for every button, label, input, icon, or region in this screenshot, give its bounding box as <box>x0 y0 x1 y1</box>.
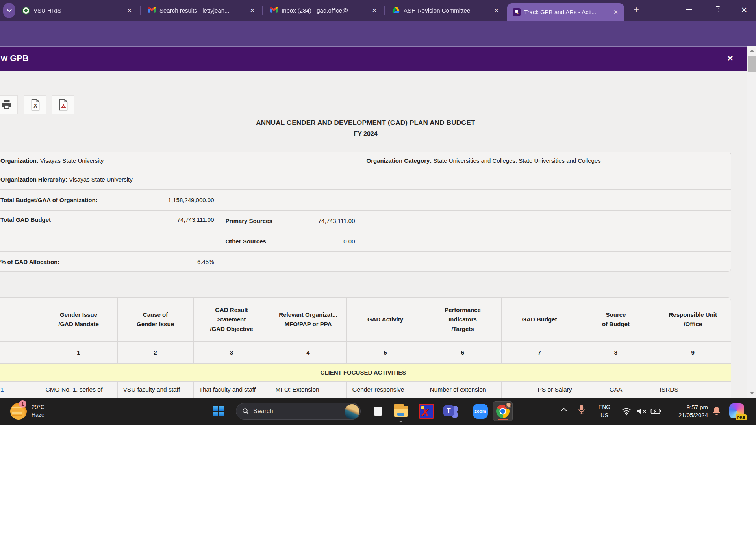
gpb-data-row[interactable]: 1 CMO No. 1, series of VSU faculty and s… <box>0 381 731 398</box>
print-icon <box>1 99 13 111</box>
search-icon <box>242 408 249 415</box>
restore-icon <box>715 8 719 12</box>
language-indicator[interactable]: ENG US <box>595 403 613 420</box>
colnum-cell: 2 <box>117 341 193 363</box>
tab-inbox[interactable]: Inbox (284) - gad.office@ ✕ <box>265 0 383 21</box>
gad-budget-label-cell: Total GAD Budget <box>0 210 143 251</box>
cell-cause: VSU faculty and staff <box>117 381 193 398</box>
hierarchy-cell: Organization Hierarchy: Visayas State Un… <box>0 169 731 189</box>
zoom-icon: zoom <box>473 404 488 419</box>
col-header-responsible: Responsible Unit /Office <box>654 298 731 341</box>
close-icon[interactable]: ✕ <box>493 7 500 14</box>
gmail-icon <box>148 7 156 15</box>
vertical-scrollbar[interactable] <box>747 46 756 398</box>
file-explorer-button[interactable] <box>393 404 408 419</box>
close-icon[interactable]: ✕ <box>612 9 619 16</box>
col-header-result: GAD Result Statement /GAD Objective <box>193 298 270 341</box>
col-header-indicators: Performance Indicators /Targets <box>424 298 501 341</box>
notification-bell-icon[interactable] <box>712 406 721 416</box>
windows-logo-icon <box>213 406 218 411</box>
volume-muted-icon[interactable] <box>636 407 647 416</box>
hierarchy-label: Organization Hierarchy: <box>0 176 67 183</box>
start-button[interactable] <box>213 406 224 416</box>
window-minimize-button[interactable] <box>680 0 698 20</box>
new-tab-button[interactable]: + <box>630 4 643 17</box>
close-icon[interactable]: ✕ <box>371 7 378 14</box>
empty-cell <box>361 231 731 251</box>
tab-search-button[interactable] <box>3 3 15 18</box>
tab-divider <box>384 6 385 15</box>
row-header-cell <box>0 298 40 341</box>
tab-track-gpb-active[interactable]: Track GPB and ARs - Acti... ✕ <box>507 3 624 21</box>
task-view-icon <box>372 405 384 417</box>
export-excel-button[interactable]: X <box>24 95 46 114</box>
copilot-button[interactable]: PRE <box>729 403 744 418</box>
tab-title: Track GPB and ARs - Acti... <box>524 9 608 15</box>
weather-widget[interactable]: 29°C Haze <box>32 403 45 419</box>
teams-button[interactable]: T <box>443 404 458 419</box>
hierarchy-value: Visayas State University <box>69 176 132 183</box>
task-view-button[interactable] <box>371 404 385 419</box>
tab-title: VSU HRIS <box>33 7 122 14</box>
close-icon[interactable]: ✕ <box>126 7 133 14</box>
tab-title: Inbox (284) - gad.office@ <box>282 7 367 14</box>
export-pdf-button[interactable] <box>52 95 74 114</box>
total-budget-value: 1,158,249,000.00 <box>143 189 220 210</box>
total-budget-label-cell: Total Budget/GAA of Organization: <box>0 189 143 210</box>
col-header-cause: Cause of Gender Issue <box>117 298 193 341</box>
scroll-up-arrow[interactable] <box>747 47 756 54</box>
windows-taskbar: 1 29°C Haze Search X T zoom ENG <box>0 398 756 425</box>
close-icon[interactable]: ✕ <box>248 7 256 14</box>
colnum-cell: 4 <box>270 341 346 363</box>
cell-activity: Gender-responsive <box>346 381 424 398</box>
gpb-table: Gender Issue /GAD Mandate Cause of Gende… <box>0 297 731 398</box>
gpb-header-row: Gender Issue /GAD Mandate Cause of Gende… <box>0 298 731 341</box>
weather-temp: 29°C <box>32 403 45 411</box>
tab-ash-revision[interactable]: ASH Revision Committee ✕ <box>387 0 505 21</box>
gmms-icon <box>513 8 521 16</box>
chrome-profile-avatar <box>505 402 512 409</box>
organization-value: Visayas State University <box>40 157 104 164</box>
empty-cell <box>361 210 731 231</box>
category-value: State Universities and Colleges, State U… <box>434 157 601 164</box>
primary-sources-value: 74,743,111.00 <box>298 210 361 231</box>
active-app-indicator <box>498 419 508 420</box>
wifi-icon[interactable] <box>621 407 632 416</box>
table-row: Total GAD Budget 74,743,111.00 Primary S… <box>0 210 731 231</box>
modal-close-button[interactable]: ✕ <box>727 54 734 63</box>
taskbar-search[interactable]: Search <box>236 403 361 420</box>
empty-cell <box>220 251 731 272</box>
colnum-cell: 7 <box>501 341 578 363</box>
photo-app-button[interactable]: X <box>419 404 434 419</box>
category-cell: Organization Category: State Universitie… <box>361 152 731 169</box>
document-title-line2: FY 2024 <box>0 130 731 137</box>
battery-charging-icon[interactable] <box>650 407 662 415</box>
cell-indicators: Number of extension <box>424 381 501 398</box>
document-title-line1: ANNUAL GENDER AND DEVELOPMENT (GAD) PLAN… <box>0 119 731 127</box>
col-header-activity: GAD Activity <box>346 298 424 341</box>
tab-vsu-hris[interactable]: VSU HRIS ✕ <box>17 0 138 21</box>
excel-file-icon: X <box>30 99 41 111</box>
cell-budget: PS or Salary <box>501 381 578 398</box>
microphone-indicator[interactable] <box>577 404 586 416</box>
cell-responsible: ISRDS <box>654 381 731 398</box>
tab-search-results[interactable]: Search results - lettyjean... ✕ <box>143 0 261 21</box>
allocation-label-cell: % of GAD Allocation: <box>0 251 143 272</box>
print-button[interactable] <box>0 95 18 114</box>
google-drive-icon <box>392 7 400 15</box>
window-close-button[interactable]: ✕ <box>736 0 753 20</box>
scroll-down-arrow[interactable] <box>747 390 756 396</box>
scrollbar-thumb[interactable] <box>748 56 756 72</box>
taskbar-clock[interactable]: 9:57 pm 21/05/2024 <box>665 403 708 419</box>
hidden-icons-button[interactable] <box>561 407 567 411</box>
gmail-icon <box>270 7 278 15</box>
window-maximize-button[interactable] <box>708 0 725 20</box>
colnum-cell: 1 <box>40 341 117 363</box>
other-sources-label-cell: Other Sources <box>220 231 298 251</box>
zoom-button[interactable]: zoom <box>473 404 488 419</box>
gpb-colnum-row: 1 2 3 4 5 6 7 8 9 <box>0 341 731 363</box>
col-header-source: Source of Budget <box>578 298 654 341</box>
close-icon: ✕ <box>741 6 747 15</box>
chrome-button-active[interactable] <box>493 401 513 421</box>
row-number-link[interactable]: 1 <box>0 381 40 398</box>
